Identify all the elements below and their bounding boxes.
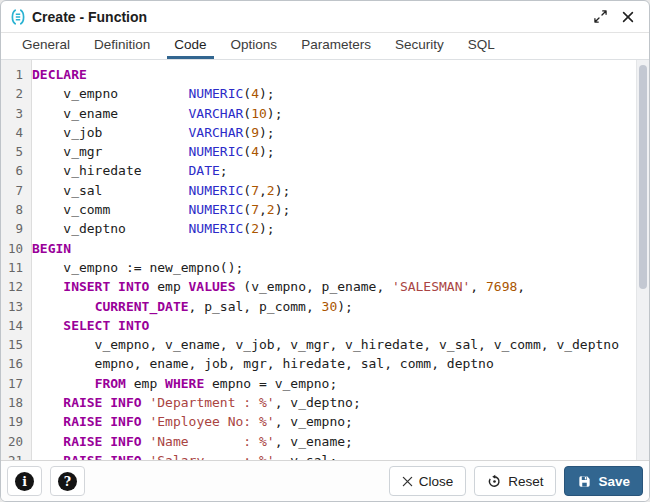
code-line[interactable]: 17 FROM emp WHERE empno = v_empno; (1, 374, 636, 393)
dialog-title: Create - Function (32, 9, 147, 25)
line-number: 17 (1, 374, 32, 393)
code-line[interactable]: 7 v_sal NUMERIC(7,2); (1, 181, 636, 200)
code-text: v_sal NUMERIC(7,2); (32, 181, 290, 200)
line-number: 9 (1, 219, 32, 238)
code-text: FROM emp WHERE empno = v_empno; (32, 374, 337, 393)
line-number: 7 (1, 181, 32, 200)
dialog-help-button[interactable]: ? (50, 466, 85, 496)
code-line[interactable]: 16 empno, ename, job, mgr, hiredate, sal… (1, 354, 636, 373)
code-line[interactable]: 2 v_empno NUMERIC(4); (1, 84, 636, 103)
code-text: v_job VARCHAR(9); (32, 123, 275, 142)
code-line[interactable]: 12 INSERT INTO emp VALUES (v_empno, p_en… (1, 277, 636, 296)
line-number: 3 (1, 104, 32, 123)
code-text: v_empno NUMERIC(4); (32, 84, 275, 103)
code-line[interactable]: 20 RAISE INFO 'Name : %', v_ename; (1, 432, 636, 451)
code-text: v_empno, v_ename, v_job, v_mgr, v_hireda… (32, 335, 619, 354)
code-text: RAISE INFO 'Department : %', v_deptno; (32, 393, 361, 412)
code-line[interactable]: 11 v_empno := new_empno(); (1, 258, 636, 277)
close-icon (622, 11, 634, 23)
code-line[interactable]: 19 RAISE INFO 'Employee No: %', v_empno; (1, 412, 636, 431)
tab-definition[interactable]: Definition (87, 33, 157, 59)
reset-button[interactable]: Reset (474, 466, 556, 496)
code-lines[interactable]: 1DECLARE2 v_empno NUMERIC(4);3 v_ename V… (1, 60, 636, 460)
tab-general[interactable]: General (15, 33, 77, 59)
line-number: 8 (1, 200, 32, 219)
code-text: CURRENT_DATE, p_sal, p_comm, 30); (32, 297, 353, 316)
line-number: 11 (1, 258, 32, 277)
create-function-dialog: Create - Function General Definition Cod… (0, 0, 650, 502)
dialog-footer: i ? Close Reset S (1, 460, 649, 501)
question-icon: ? (58, 472, 77, 491)
code-text: v_empno := new_empno(); (32, 258, 243, 277)
close-button[interactable]: Close (389, 466, 467, 496)
line-number: 12 (1, 277, 32, 296)
code-text: v_deptno NUMERIC(2); (32, 219, 275, 238)
code-line[interactable]: 21 RAISE INFO 'Salary : %', v_sal; (1, 451, 636, 460)
code-text: DECLARE (32, 65, 87, 84)
line-number: 16 (1, 354, 32, 373)
line-number: 18 (1, 393, 32, 412)
code-text: SELECT INTO (32, 316, 149, 335)
close-dialog-button[interactable] (617, 6, 639, 28)
vertical-scrollbar[interactable] (636, 60, 649, 460)
scrollbar-thumb[interactable] (639, 65, 647, 289)
line-number: 13 (1, 297, 32, 316)
code-line[interactable]: 14 SELECT INTO (1, 316, 636, 335)
tab-code[interactable]: Code (167, 33, 213, 59)
code-text: v_ename VARCHAR(10); (32, 104, 282, 123)
code-line[interactable]: 18 RAISE INFO 'Department : %', v_deptno… (1, 393, 636, 412)
code-line[interactable]: 8 v_comm NUMERIC(7,2); (1, 200, 636, 219)
code-text: v_hiredate DATE; (32, 161, 228, 180)
sql-help-button[interactable]: i (7, 466, 42, 496)
tab-parameters[interactable]: Parameters (294, 33, 378, 59)
save-icon (577, 474, 592, 489)
tab-security[interactable]: Security (388, 33, 451, 59)
tab-sql[interactable]: SQL (461, 33, 502, 59)
tab-options[interactable]: Options (224, 33, 285, 59)
code-line[interactable]: 6 v_hiredate DATE; (1, 161, 636, 180)
line-number: 10 (1, 239, 32, 258)
code-line[interactable]: 4 v_job VARCHAR(9); (1, 123, 636, 142)
function-icon (9, 8, 27, 26)
sql-code-editor[interactable]: 1DECLARE2 v_empno NUMERIC(4);3 v_ename V… (1, 60, 649, 460)
line-number: 5 (1, 142, 32, 161)
dialog-tab-bar: General Definition Code Options Paramete… (1, 33, 649, 60)
reset-icon (487, 474, 502, 489)
code-line[interactable]: 3 v_ename VARCHAR(10); (1, 104, 636, 123)
line-number: 1 (1, 65, 32, 84)
code-text: RAISE INFO 'Name : %', v_ename; (32, 432, 353, 451)
line-number: 2 (1, 84, 32, 103)
code-text: BEGIN (32, 239, 71, 258)
code-line[interactable]: 13 CURRENT_DATE, p_sal, p_comm, 30); (1, 297, 636, 316)
line-number: 14 (1, 316, 32, 335)
code-line[interactable]: 1DECLARE (1, 65, 636, 84)
code-text: RAISE INFO 'Salary : %', v_sal; (32, 451, 337, 460)
dialog-titlebar: Create - Function (1, 1, 649, 33)
line-number: 15 (1, 335, 32, 354)
save-button-label: Save (598, 474, 630, 489)
code-line[interactable]: 10BEGIN (1, 239, 636, 258)
code-line[interactable]: 9 v_deptno NUMERIC(2); (1, 219, 636, 238)
line-number: 20 (1, 432, 32, 451)
save-button[interactable]: Save (564, 466, 643, 496)
line-number: 19 (1, 412, 32, 431)
code-text: v_mgr NUMERIC(4); (32, 142, 275, 161)
close-x-icon (402, 476, 413, 487)
line-number: 21 (1, 451, 32, 460)
reset-button-label: Reset (508, 474, 543, 489)
code-text: RAISE INFO 'Employee No: %', v_empno; (32, 412, 353, 431)
line-number: 4 (1, 123, 32, 142)
expand-icon (594, 10, 607, 23)
code-text: v_comm NUMERIC(7,2); (32, 200, 290, 219)
code-line[interactable]: 5 v_mgr NUMERIC(4); (1, 142, 636, 161)
code-text: INSERT INTO emp VALUES (v_empno, p_ename… (32, 277, 525, 296)
expand-dialog-button[interactable] (589, 6, 611, 28)
code-text: empno, ename, job, mgr, hiredate, sal, c… (32, 354, 494, 373)
close-button-label: Close (419, 474, 454, 489)
info-icon: i (15, 472, 34, 491)
line-number: 6 (1, 161, 32, 180)
code-line[interactable]: 15 v_empno, v_ename, v_job, v_mgr, v_hir… (1, 335, 636, 354)
